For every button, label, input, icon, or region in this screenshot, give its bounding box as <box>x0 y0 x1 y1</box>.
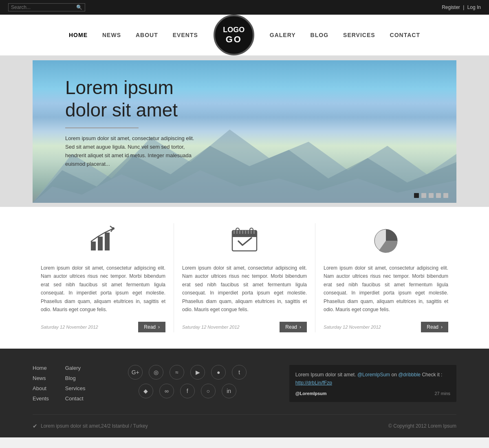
hero-wrapper: Lorem ipsum dolor sit amet Lorem ipsum d… <box>0 56 489 207</box>
footer-link-about[interactable]: About <box>33 385 49 391</box>
nav-contact[interactable]: CONTACT <box>383 20 427 50</box>
tweet-text: Lorem Ipsum dolor sit amet. @LoremlpSum … <box>295 371 450 387</box>
logo-text-top: LOGO <box>223 26 244 34</box>
youtube-icon[interactable]: ▶ <box>190 365 205 380</box>
lastfm-icon[interactable]: ∞ <box>159 384 174 398</box>
feature-3-footer: Saturday 12 November 2012 Read › <box>324 322 448 332</box>
site-logo: LOGO GO <box>214 15 254 55</box>
feature-3-read-btn[interactable]: Read › <box>421 322 448 332</box>
hero-dot-5[interactable] <box>443 193 448 198</box>
svg-rect-16 <box>248 231 249 234</box>
tweet-connector: on <box>391 372 398 378</box>
footer-link-services[interactable]: Services <box>65 385 86 391</box>
auth-links: Register | Log In <box>442 4 481 10</box>
feature-2-read-btn[interactable]: Read › <box>280 322 307 332</box>
hero-title: Lorem ipsum dolor sit amet <box>65 77 196 121</box>
svg-rect-17 <box>251 231 252 234</box>
hero-dot-4[interactable] <box>436 193 441 198</box>
facebook-icon[interactable]: f <box>180 384 195 398</box>
register-link[interactable]: Register <box>442 4 460 10</box>
svg-rect-15 <box>245 231 246 234</box>
search-button[interactable]: 🔍 <box>76 4 82 10</box>
hero-banner: Lorem ipsum dolor sit amet Lorem ipsum d… <box>33 60 456 203</box>
footer-link-galery[interactable]: Galery <box>65 365 86 371</box>
feature-2-text: Lorem ipsum dolor sit amet, consectetur … <box>182 264 307 314</box>
twitter-icon[interactable]: ◆ <box>139 384 153 398</box>
linkedin-icon[interactable]: in <box>222 384 236 398</box>
auth-separator: | <box>463 4 464 10</box>
top-bar: 🔍 Register | Log In <box>0 0 489 15</box>
google-plus-icon[interactable]: G+ <box>128 365 143 380</box>
footer-link-blog[interactable]: Blog <box>65 375 86 381</box>
tweet-main-text: Lorem Ipsum dolor sit amet. <box>295 372 356 378</box>
footer-link-news[interactable]: News <box>33 375 49 381</box>
footer-link-home[interactable]: Home <box>33 365 49 371</box>
chevron-right-icon: › <box>158 324 160 330</box>
footer-nav-links: Home News About Events Galery Blog Servi… <box>33 365 86 402</box>
nav-galery[interactable]: GALERY <box>262 20 303 50</box>
features-section: Lorem ipsum dolor sit amet, consectetur … <box>33 207 456 349</box>
svg-rect-14 <box>242 231 243 234</box>
search-box[interactable]: 🔍 <box>8 3 85 11</box>
footer-divider <box>33 414 456 415</box>
footer: Home News About Events Galery Blog Servi… <box>0 349 489 437</box>
tweet-handle2[interactable]: @dribbble <box>398 372 421 378</box>
feature-col-3: Lorem ipsum dolor sit amet, consectetur … <box>315 223 456 332</box>
nav-services[interactable]: SERVICES <box>336 20 383 50</box>
copyright-text: © Copyright 2012 Lorem Ipsum <box>388 423 456 429</box>
footer-tweet-widget: Lorem Ipsum dolor sit amet. @LoremlpSum … <box>289 365 456 402</box>
hero-divider <box>65 127 139 128</box>
tweet-handle1[interactable]: @LoremlpSum <box>357 372 390 378</box>
svg-rect-11 <box>233 231 235 234</box>
pie-chart-icon <box>324 223 448 256</box>
dribbble-icon[interactable]: ○ <box>201 384 216 398</box>
calendar-icon <box>182 223 307 256</box>
nav-blog[interactable]: BLOG <box>303 20 336 50</box>
svg-rect-5 <box>105 233 110 250</box>
nav-news[interactable]: NEWS <box>95 20 128 50</box>
nav-home[interactable]: HOME <box>62 20 95 50</box>
svg-rect-18 <box>253 231 255 234</box>
tweet-link[interactable]: http://drbLin/fFzp <box>295 380 332 386</box>
feature-col-1: Lorem ipsum dolor sit amet, consectetur … <box>33 223 174 332</box>
footer-link-contact[interactable]: Contact <box>65 395 86 402</box>
tweet-author: @Loremlpsum <box>295 391 327 396</box>
nav-menu: HOME NEWS ABOUT EVENTS LOGO GO GALERY BL… <box>0 15 489 55</box>
footer-link-events[interactable]: Events <box>33 395 49 402</box>
hero-dot-1[interactable] <box>414 193 419 198</box>
hero-description: Lorem ipsum dolor sit amet, consectetur … <box>65 134 196 168</box>
social-row-2: ◆ ∞ f ○ in <box>139 384 236 398</box>
logo-text-bottom: GO <box>226 34 242 45</box>
footer-bottom: ✔ Lorem ipsum dolor sit amet,24/2 Istanb… <box>33 423 456 429</box>
login-link[interactable]: Log In <box>467 4 481 10</box>
feature-1-read-btn[interactable]: Read › <box>138 322 165 332</box>
pinterest-icon[interactable]: ◎ <box>149 365 163 380</box>
feature-col-2: Lorem ipsum dolor sit amet, consectetur … <box>174 223 315 332</box>
nav-about[interactable]: ABOUT <box>128 20 165 50</box>
nav-events[interactable]: EVENTS <box>165 20 205 50</box>
tumblr-icon[interactable]: t <box>232 365 247 380</box>
feature-3-text: Lorem ipsum dolor sit amet, consectetur … <box>324 264 448 314</box>
main-content: Lorem ipsum dolor sit amet, consectetur … <box>0 207 489 349</box>
footer-top: Home News About Events Galery Blog Servi… <box>33 365 456 402</box>
location-icon: ✔ <box>33 423 37 429</box>
svg-rect-4 <box>98 237 103 250</box>
feature-1-date: Saturday 12 November 2012 <box>41 325 98 329</box>
chart-icon <box>41 223 165 256</box>
feature-1-footer: Saturday 12 November 2012 Read › <box>41 322 165 332</box>
navigation: HOME NEWS ABOUT EVENTS LOGO GO GALERY BL… <box>0 15 489 56</box>
feature-3-date: Saturday 12 November 2012 <box>324 325 381 329</box>
footer-address: ✔ Lorem ipsum dolor sit amet,24/2 Istanb… <box>33 423 148 429</box>
hero-dot-3[interactable] <box>429 193 434 198</box>
footer-col-1: Home News About Events <box>33 365 49 402</box>
rss-icon[interactable]: ≈ <box>170 365 184 380</box>
tweet-check: Check it : <box>422 372 442 378</box>
svg-rect-8 <box>232 231 257 237</box>
footer-col-2: Galery Blog Services Contact <box>65 365 86 402</box>
flickr-icon[interactable]: ● <box>211 365 226 380</box>
hero-dot-2[interactable] <box>421 193 426 198</box>
chevron-right-icon-3: › <box>441 324 443 330</box>
search-input[interactable] <box>11 4 76 10</box>
feature-2-date: Saturday 12 November 2012 <box>182 325 240 329</box>
tweet-time: @Loremlpsum 27 mins <box>295 391 450 396</box>
